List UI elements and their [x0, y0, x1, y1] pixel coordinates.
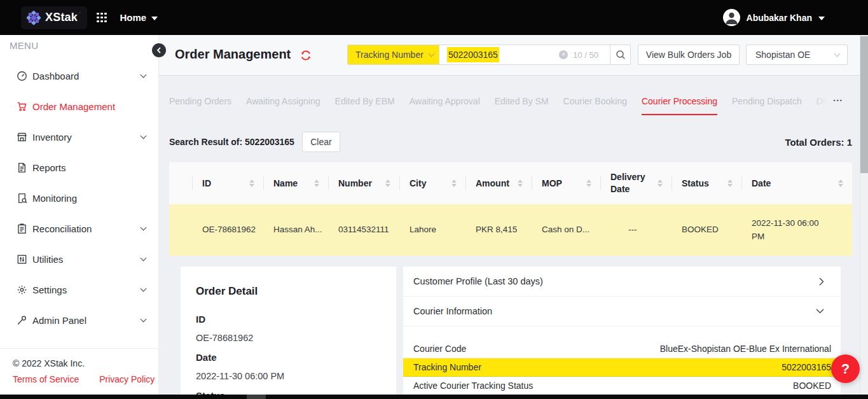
sidebar-item-settings[interactable]: Settings — [0, 274, 158, 305]
detail-label: Active Courier Tracking Status — [413, 381, 533, 391]
tab-awaiting-assigning[interactable]: Awaiting Assigning — [246, 92, 320, 116]
cell-date: 2022-11-30 06:00 PM — [741, 204, 852, 256]
search-input[interactable]: 5022003165 × 10 / 50 — [439, 45, 610, 64]
col-mop[interactable]: MOP — [532, 162, 600, 204]
table-header: ID Name Number City Amount MOP Delivery … — [169, 162, 852, 204]
sidebar-item-order-management[interactable]: Order Management — [0, 91, 158, 122]
sidebar-nav: Dashboard Order Management Inventory Rep… — [0, 60, 158, 335]
store-select[interactable]: Shopistan OE — [746, 45, 848, 65]
chevron-down-icon — [141, 71, 147, 78]
sliders-icon — [17, 254, 27, 265]
tab-courier-booking[interactable]: Courier Booking — [563, 92, 627, 116]
sort-icons[interactable] — [451, 179, 463, 187]
brand-logo[interactable]: XStak ˊ — [21, 6, 87, 29]
sidebar-item-dashboard[interactable]: Dashboard — [0, 60, 158, 91]
help-fab[interactable]: ? — [831, 354, 860, 383]
tab-edited-by-sm[interactable]: Edited By SM — [495, 92, 549, 116]
tab-pending-orders[interactable]: Pending Orders — [169, 92, 231, 116]
clear-input-icon[interactable]: × — [559, 50, 568, 59]
search-bar: Tracking Number 5022003165 × 10 / 50 — [347, 45, 631, 65]
col-name[interactable]: Name — [263, 162, 328, 204]
horizontal-scrollbar-thumb[interactable] — [247, 395, 266, 399]
wrench-icon — [17, 315, 27, 326]
cell-status: BOOKED — [672, 204, 741, 256]
col-city[interactable]: City — [399, 162, 465, 204]
privacy-link[interactable]: Privacy Policy — [99, 374, 155, 384]
vertical-scrollbar[interactable] — [860, 35, 868, 395]
chevron-down-icon — [141, 316, 147, 322]
sidebar-item-label: Order Management — [32, 101, 115, 112]
chevron-down-icon — [834, 51, 841, 57]
sidebar-item-admin-panel[interactable]: Admin Panel — [0, 305, 158, 335]
accordion-courier-information[interactable]: Courier Information — [403, 297, 841, 326]
sort-icons[interactable] — [518, 179, 529, 187]
col-id[interactable]: ID — [192, 162, 263, 204]
topbar: XStak ˊ Home Abubakar Khan — [0, 0, 868, 35]
view-bulk-orders-button[interactable]: View Bulk Orders Job — [638, 45, 740, 65]
terms-link[interactable]: Terms of Service — [13, 374, 79, 384]
brand-name: XStak — [45, 11, 78, 24]
file-search-icon — [17, 193, 27, 204]
col-status[interactable]: Status — [672, 162, 741, 204]
sidebar-item-reconciliation[interactable]: Reconciliation — [0, 213, 158, 244]
home-label: Home — [120, 12, 147, 23]
scrollbar-thumb[interactable] — [860, 36, 868, 173]
clear-button[interactable]: Clear — [302, 132, 340, 152]
field-label: ID — [196, 314, 381, 325]
sort-icons[interactable] — [658, 179, 669, 187]
store-select-value: Shopistan OE — [755, 50, 810, 60]
tab-pending-dispatch[interactable]: Pending Dispatch — [732, 92, 802, 116]
field-value: 2022-11-30 06:00 PM — [196, 371, 381, 382]
col-number[interactable]: Number — [328, 162, 399, 204]
refresh-icon[interactable] — [300, 50, 312, 61]
sidebar-item-utilities[interactable]: Utilities — [0, 244, 158, 274]
tabs-bar: Pending Orders Awaiting Assigning Edited… — [169, 92, 832, 118]
cell-number: 03114532111 — [328, 204, 399, 256]
tab-courier-processing[interactable]: Courier Processing — [642, 92, 717, 116]
detail-row-courier-code: Courier Code BlueEx-Shopistan OE-Blue Ex… — [403, 340, 841, 358]
col-date[interactable]: Date — [741, 162, 852, 204]
user-menu[interactable]: Abubakar Khan — [723, 9, 825, 26]
sidebar-item-label: Inventory — [32, 132, 72, 143]
search-field-value: Tracking Number — [355, 50, 424, 60]
sidebar-item-monitoring[interactable]: Monitoring — [0, 183, 158, 213]
menu-label: MENU — [10, 40, 158, 51]
search-result-label: Search Result of: 5022003165 — [169, 137, 294, 147]
accordion-customer-profile[interactable]: Customer Profile (Last 30 days) — [403, 267, 841, 297]
section-label: Customer Profile (Last 30 days) — [413, 276, 543, 286]
detail-label: Tracking Number — [413, 362, 481, 372]
copyright: © 2022 XStak Inc. — [13, 358, 158, 368]
sort-icons[interactable] — [727, 179, 739, 187]
sidebar-item-reports[interactable]: Reports — [0, 152, 158, 183]
col-amount[interactable]: Amount — [465, 162, 532, 204]
sort-icons[interactable] — [314, 179, 326, 187]
sort-icons[interactable] — [249, 179, 261, 187]
brand-trademark: ˊ — [79, 11, 81, 18]
store-icon — [17, 132, 27, 143]
table-row[interactable]: OE-78681962 Hassan Ah... 03114532111 Lah… — [169, 204, 852, 256]
tab-awaiting-approval[interactable]: Awaiting Approval — [410, 92, 480, 116]
file-icon — [17, 162, 27, 173]
sort-icons[interactable] — [838, 179, 850, 187]
tab-edited-by-ebm[interactable]: Edited By EBM — [335, 92, 395, 116]
apps-grid-icon[interactable] — [97, 13, 107, 23]
sidebar-item-inventory[interactable]: Inventory — [0, 122, 158, 152]
sidebar-item-label: Settings — [32, 284, 67, 295]
back-button[interactable] — [152, 43, 166, 57]
sidebar-item-label: Reports — [32, 162, 66, 173]
tabs-fade — [811, 92, 832, 118]
sidebar-footer: © 2022 XStak Inc. Terms of Service Priva… — [0, 348, 158, 395]
chevron-down-icon — [141, 224, 147, 230]
sort-icons[interactable] — [586, 179, 598, 187]
search-button[interactable] — [610, 45, 630, 64]
col-delivery-date[interactable]: Delivery Date — [600, 162, 672, 204]
detail-value: BOOKED — [793, 381, 831, 391]
sort-icons[interactable] — [385, 179, 397, 187]
section-label: Courier Information — [413, 306, 492, 316]
sidebar: MENU Dashboard Order Management Inventor… — [0, 35, 159, 395]
user-name: Abubakar Khan — [747, 13, 812, 23]
home-menu[interactable]: Home — [120, 12, 158, 23]
char-counter: 10 / 50 — [573, 50, 598, 60]
search-field-select[interactable]: Tracking Number — [348, 45, 439, 64]
tabs-more-button[interactable]: ... — [833, 92, 843, 103]
